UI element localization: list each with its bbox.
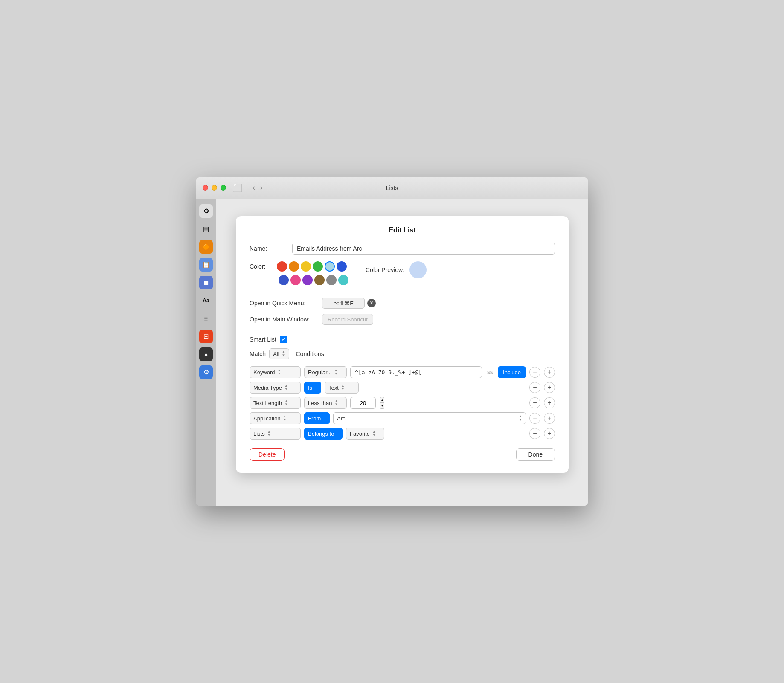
nav-forward-button[interactable]: ›: [258, 182, 264, 193]
smart-list-row: Smart List ✓: [250, 336, 555, 343]
sidebar-icon-display[interactable]: ▤: [199, 222, 213, 236]
cond-op-lessthan-label: Less than: [308, 400, 332, 406]
cond-op-lessthan[interactable]: Less than ▲▼: [304, 397, 347, 409]
match-select[interactable]: All ▲▼: [269, 348, 289, 359]
condition-row-text-length: Text Length ▲▼ Less than ▲▼ ▲ ▼: [250, 397, 555, 409]
color-preview-section: Color Preview:: [366, 261, 427, 278]
sidebar-icon-token[interactable]: ●: [199, 347, 213, 361]
cond-app-value-container[interactable]: Arc ▲▼: [333, 412, 526, 424]
cond-value-text-select[interactable]: Text ▲▼: [325, 382, 359, 394]
cond-add-app[interactable]: +: [544, 413, 555, 424]
cond-type-textlen-stepper: ▲▼: [285, 399, 288, 406]
cond-add-keyword[interactable]: +: [544, 367, 555, 378]
sidebar-icon-clipboard[interactable]: 📋: [199, 258, 213, 272]
color-pink[interactable]: [290, 275, 301, 285]
color-brown[interactable]: [314, 275, 325, 285]
sidebar: ⚙ ▤ 🔶 📋 ◼ Aa ≡ ⊞ ● ⚙: [196, 199, 216, 506]
cond-value-favorite-stepper: ▲▼: [372, 430, 376, 437]
name-label: Name:: [250, 245, 292, 252]
cond-type-app[interactable]: Application ▲▼: [250, 412, 301, 424]
number-down-button[interactable]: ▼: [380, 403, 384, 409]
cond-op-is[interactable]: Is: [304, 382, 321, 394]
main-window-placeholder-text: Record Shortcut: [328, 316, 368, 323]
color-green[interactable]: [313, 261, 323, 272]
color-blue[interactable]: [337, 261, 347, 272]
sidebar-icon-gear2[interactable]: ⚙: [199, 365, 213, 379]
cond-type-media[interactable]: Media Type ▲▼: [250, 382, 301, 394]
color-light-blue[interactable]: [325, 261, 335, 272]
color-indigo[interactable]: [279, 275, 289, 285]
cond-op-lessthan-stepper: ▲▼: [334, 399, 338, 406]
cond-remove-textlen[interactable]: −: [529, 397, 540, 408]
color-preview-label: Color Preview:: [366, 266, 404, 273]
sidebar-toggle-icon[interactable]: ⬜: [233, 183, 242, 193]
sidebar-icon-scan[interactable]: ⊞: [199, 330, 213, 343]
sidebar-icon-text[interactable]: Aa: [199, 294, 213, 307]
sidebar-icon-settings[interactable]: ⚙: [199, 204, 213, 218]
footer-row: Delete Done: [250, 448, 555, 461]
maximize-button[interactable]: [221, 185, 226, 191]
color-red[interactable]: [277, 261, 287, 272]
cond-remove-keyword[interactable]: −: [529, 367, 540, 378]
quick-menu-row: Open in Quick Menu: ⌥⇧⌘E ✕: [250, 298, 555, 309]
traffic-lights: [203, 185, 226, 191]
cond-type-app-stepper: ▲▼: [283, 415, 287, 422]
cond-type-lists-stepper: ▲▼: [267, 430, 271, 437]
clear-shortcut-button[interactable]: ✕: [367, 299, 376, 307]
cond-type-textlen[interactable]: Text Length ▲▼: [250, 397, 301, 409]
cond-op-belongs[interactable]: Belongs to: [304, 428, 343, 440]
cond-op-from-label: From: [308, 415, 321, 422]
color-section: Color:: [250, 261, 555, 285]
quick-menu-shortcut-value: ⌥⇧⌘E: [333, 300, 354, 307]
cond-type-keyword[interactable]: Keyword ▲▼: [250, 366, 301, 378]
color-gray[interactable]: [326, 275, 337, 285]
minimize-button[interactable]: [212, 185, 217, 191]
delete-button[interactable]: Delete: [250, 448, 285, 461]
nav-back-button[interactable]: ‹: [251, 182, 257, 193]
cond-op-belongs-label: Belongs to: [308, 431, 334, 437]
cond-value-text-label: Text: [328, 385, 339, 391]
cond-remove-media[interactable]: −: [529, 382, 540, 393]
divider-2: [250, 330, 555, 330]
cond-value-number-input[interactable]: [350, 397, 376, 409]
quick-menu-shortcut-field: ⌥⇧⌘E ✕: [322, 298, 376, 309]
color-yellow[interactable]: [301, 261, 311, 272]
window-title: Lists: [386, 185, 398, 191]
name-input[interactable]: [292, 243, 555, 255]
cond-remove-lists[interactable]: −: [529, 428, 540, 439]
color-picker: Color:: [250, 261, 348, 285]
color-purple[interactable]: [302, 275, 313, 285]
sidebar-icon-list[interactable]: ≡: [199, 312, 213, 325]
cond-type-keyword-label: Keyword: [253, 369, 275, 376]
color-orange[interactable]: [289, 261, 299, 272]
conditions-label: Conditions:: [296, 350, 326, 357]
include-button[interactable]: Include: [498, 366, 526, 378]
sidebar-icon-layers[interactable]: 🔶: [199, 240, 213, 254]
cond-add-lists[interactable]: +: [544, 428, 555, 439]
cond-value-favorite[interactable]: Favorite ▲▼: [346, 428, 384, 440]
cond-op-regular[interactable]: Regular... ▲▼: [304, 366, 347, 378]
cond-add-media[interactable]: +: [544, 382, 555, 393]
main-window-shortcut-placeholder[interactable]: Record Shortcut: [322, 314, 373, 325]
cond-op-from[interactable]: From: [304, 412, 330, 424]
match-label: Match: [250, 350, 266, 357]
cond-app-stepper: ▲▼: [519, 415, 522, 422]
cond-type-lists-label: Lists: [253, 431, 265, 437]
cond-value-favorite-label: Favorite: [350, 431, 370, 437]
cond-value-keyword-input[interactable]: [350, 366, 482, 378]
cond-remove-app[interactable]: −: [529, 413, 540, 424]
sidebar-icon-stack[interactable]: ◼: [199, 276, 213, 289]
cond-op-is-label: Is: [308, 385, 312, 391]
cond-type-lists[interactable]: Lists ▲▼: [250, 428, 301, 440]
close-button[interactable]: [203, 185, 208, 191]
cond-type-media-stepper: ▲▼: [285, 384, 288, 391]
cond-add-textlen[interactable]: +: [544, 397, 555, 408]
color-teal[interactable]: [338, 275, 348, 285]
match-row: Match All ▲▼ Conditions:: [250, 348, 555, 359]
number-up-button[interactable]: ▲: [380, 397, 384, 403]
smart-list-checkbox[interactable]: ✓: [280, 336, 287, 343]
condition-row-lists: Lists ▲▼ Belongs to Favorite ▲▼ − +: [250, 428, 555, 440]
done-button[interactable]: Done: [516, 448, 555, 461]
quick-menu-shortcut-box[interactable]: ⌥⇧⌘E: [322, 298, 365, 309]
cond-value-text-stepper: ▲▼: [341, 384, 345, 391]
